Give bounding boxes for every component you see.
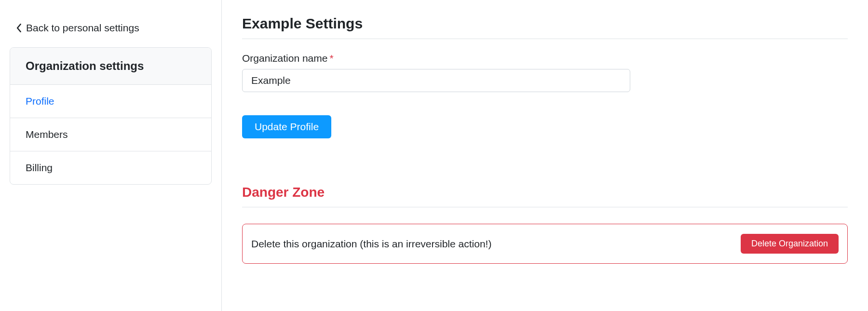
sidebar: Back to personal settings Organization s… (0, 0, 222, 311)
delete-organization-button[interactable]: Delete Organization (741, 234, 839, 254)
sidebar-item-members[interactable]: Members (10, 118, 211, 151)
page-title: Example Settings (242, 15, 848, 39)
back-to-personal-settings-link[interactable]: Back to personal settings (10, 22, 212, 34)
settings-layout: Back to personal settings Organization s… (0, 0, 868, 311)
sidebar-item-label: Profile (26, 95, 54, 107)
org-name-label: Organization name* (242, 53, 848, 64)
content: Example Settings Organization name* Upda… (222, 0, 868, 311)
sidebar-item-profile[interactable]: Profile (10, 85, 211, 118)
back-link-label: Back to personal settings (26, 22, 139, 34)
update-profile-button[interactable]: Update Profile (242, 115, 331, 138)
chevron-left-icon (16, 24, 22, 32)
danger-zone-box: Delete this organization (this is an irr… (242, 224, 848, 264)
sidebar-item-billing[interactable]: Billing (10, 151, 211, 184)
org-name-input[interactable] (242, 69, 630, 92)
sidebar-header: Organization settings (10, 48, 211, 85)
required-asterisk: * (329, 53, 333, 64)
danger-zone-title: Danger Zone (242, 185, 848, 207)
danger-zone-text: Delete this organization (this is an irr… (251, 238, 491, 250)
sidebar-nav: Organization settings Profile Members Bi… (10, 47, 212, 185)
sidebar-item-label: Billing (26, 162, 53, 173)
org-name-label-text: Organization name (242, 53, 327, 64)
sidebar-item-label: Members (26, 129, 68, 140)
